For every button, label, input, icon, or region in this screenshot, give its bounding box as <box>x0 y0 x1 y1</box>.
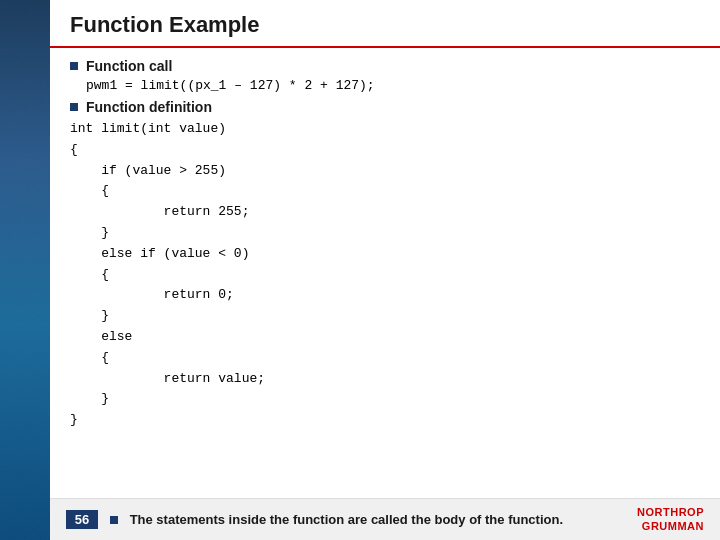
page-title: Function Example <box>70 12 259 37</box>
code-line: else <box>70 327 700 348</box>
code-line: else if (value < 0) <box>70 244 700 265</box>
northrop-grumman-logo: NORTHROP GRUMMAN <box>637 506 704 532</box>
code-line: return value; <box>70 369 700 390</box>
footer-text: The statements inside the function are c… <box>110 512 637 527</box>
bullet-icon-footer <box>110 516 118 524</box>
code-line: } <box>70 223 700 244</box>
code-line: { <box>70 348 700 369</box>
code-line: } <box>70 389 700 410</box>
content-area: Function call pwm1 = limit((px_1 – 127) … <box>50 48 720 498</box>
code-line: return 255; <box>70 202 700 223</box>
code-line: } <box>70 306 700 327</box>
code-line: { <box>70 140 700 161</box>
footer-statement: The statements inside the function are c… <box>130 512 563 527</box>
code-line: { <box>70 265 700 286</box>
code-line: if (value > 255) <box>70 161 700 182</box>
code-line: return 0; <box>70 285 700 306</box>
code-line: } <box>70 410 700 431</box>
code-line: { <box>70 181 700 202</box>
page-number: 56 <box>66 510 98 529</box>
left-sidebar <box>0 0 50 540</box>
footer-bar: 56 The statements inside the function ar… <box>50 498 720 540</box>
main-content: Function Example Function call pwm1 = li… <box>50 0 720 540</box>
title-bar: Function Example <box>50 0 720 48</box>
function-call-code: pwm1 = limit((px_1 – 127) * 2 + 127); <box>86 78 700 93</box>
function-definition-label: Function definition <box>86 99 212 115</box>
function-call-label: Function call <box>86 58 172 74</box>
code-block: int limit(int value){ if (value > 255) {… <box>70 119 700 431</box>
bullet-icon-2 <box>70 103 78 111</box>
bullet-function-definition: Function definition <box>70 99 700 115</box>
bullet-icon-1 <box>70 62 78 70</box>
bullet-function-call: Function call <box>70 58 700 74</box>
logo-area: NORTHROP GRUMMAN <box>637 506 704 532</box>
code-line: int limit(int value) <box>70 119 700 140</box>
